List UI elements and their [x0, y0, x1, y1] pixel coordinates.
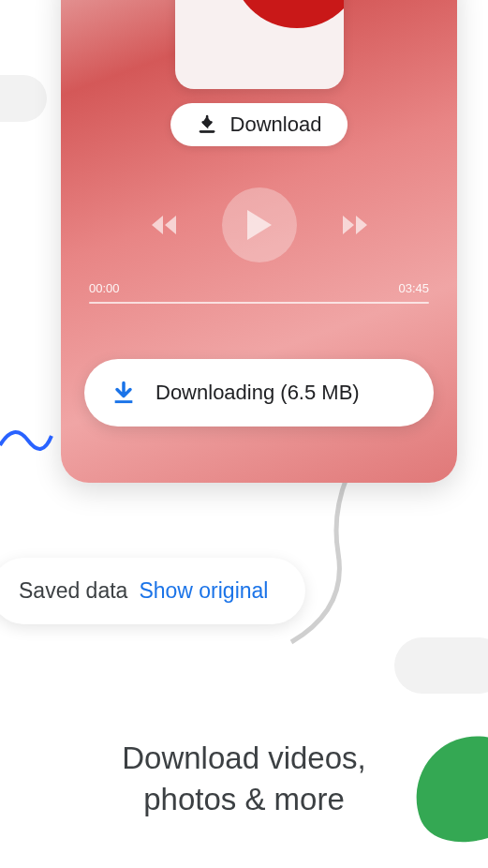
- downloading-label: Downloading (6.5 MB): [155, 381, 360, 405]
- play-button[interactable]: [222, 187, 297, 262]
- download-button[interactable]: Download: [170, 103, 348, 146]
- time-current: 00:00: [89, 281, 120, 295]
- download-icon: [197, 114, 217, 135]
- svg-rect-1: [115, 400, 133, 403]
- page-headline: Download videos, photos & more: [0, 738, 488, 821]
- decorative-cloud: [0, 75, 47, 122]
- play-icon: [244, 208, 274, 242]
- media-player-card: Download 00:00 03:45 Downloading (6.5 MB…: [61, 0, 457, 483]
- headline-line-1: Download videos,: [0, 738, 488, 780]
- player-controls: [61, 187, 457, 262]
- show-original-link[interactable]: Show original: [139, 578, 268, 604]
- time-display: 00:00 03:45: [89, 281, 429, 295]
- time-total: 03:45: [398, 281, 429, 295]
- decorative-squiggle: [0, 417, 56, 455]
- saved-data-label: Saved data: [19, 578, 127, 604]
- rewind-icon[interactable]: [148, 212, 180, 238]
- download-label: Download: [230, 112, 322, 137]
- media-artwork: [175, 0, 344, 89]
- downloading-status[interactable]: Downloading (6.5 MB): [84, 359, 434, 427]
- forward-icon[interactable]: [339, 212, 371, 238]
- svg-rect-0: [200, 130, 214, 132]
- decorative-cloud: [394, 637, 488, 694]
- progress-bar[interactable]: [89, 302, 429, 304]
- headline-line-2: photos & more: [0, 779, 488, 821]
- data-saver-chip: Saved data Show original: [0, 558, 305, 624]
- download-active-icon: [111, 380, 137, 406]
